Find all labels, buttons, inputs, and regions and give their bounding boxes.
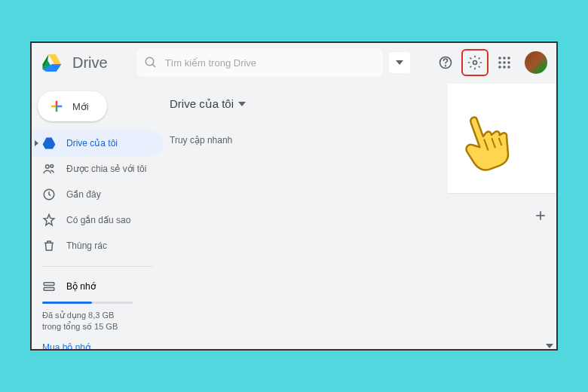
header: Drive — [32, 43, 556, 82]
plus-colorful-icon — [48, 98, 65, 115]
storage-bar-fill — [42, 302, 92, 304]
avatar[interactable] — [525, 51, 547, 74]
svg-rect-18 — [44, 288, 54, 291]
breadcrumb-label: Drive của tôi — [170, 97, 234, 111]
buy-storage-link[interactable]: Mua bộ nhớ — [42, 342, 153, 349]
settings-button[interactable] — [464, 51, 486, 74]
svg-point-9 — [503, 61, 506, 64]
sidebar-item-recent[interactable]: Gần đây — [32, 182, 164, 207]
search-icon — [144, 56, 158, 69]
svg-point-3 — [446, 66, 446, 66]
svg-point-10 — [507, 61, 510, 64]
addons-button[interactable] — [533, 208, 548, 223]
sidebar-item-label: Thùng rác — [66, 240, 107, 251]
svg-point-14 — [46, 165, 50, 169]
svg-rect-17 — [44, 283, 54, 286]
svg-point-5 — [498, 57, 501, 60]
clock-icon — [42, 188, 56, 201]
apps-button[interactable] — [492, 50, 517, 75]
sidebar-item-storage[interactable]: Bộ nhớ — [32, 274, 164, 299]
svg-point-13 — [507, 66, 510, 69]
trash-icon — [42, 239, 56, 253]
new-button[interactable]: Mới — [38, 91, 107, 121]
svg-point-0 — [145, 57, 154, 66]
svg-point-8 — [498, 61, 501, 64]
chevron-right-icon[interactable] — [33, 140, 39, 146]
star-icon — [42, 213, 56, 227]
chevron-down-icon — [238, 100, 246, 108]
brand-name: Drive — [72, 54, 108, 72]
sidebar-item-label: Được chia sẻ với tôi — [66, 164, 146, 174]
storage-section: Đã sử dụng 8,3 GB trong tổng số 15 GB Mu… — [32, 302, 164, 349]
apps-grid-icon — [498, 56, 511, 69]
pointing-hand-annotation — [449, 109, 520, 177]
mydrive-icon — [42, 136, 56, 150]
storage-text: Đã sử dụng 8,3 GB trong tổng số 15 GB — [42, 310, 125, 333]
search-options-caret[interactable] — [389, 52, 410, 73]
gear-icon — [467, 55, 482, 70]
sidebar-item-label: Có gắn dấu sao — [66, 215, 130, 225]
storage-bar — [42, 302, 133, 304]
sidebar-item-starred[interactable]: Có gắn dấu sao — [32, 207, 164, 233]
new-button-label: Mới — [72, 101, 89, 112]
svg-point-6 — [503, 57, 506, 60]
chevron-down-icon[interactable] — [546, 343, 553, 349]
search-bar[interactable] — [136, 48, 383, 77]
settings-highlight — [461, 49, 488, 76]
sidebar-item-mydrive[interactable]: Drive của tôi — [32, 130, 164, 156]
breadcrumb[interactable]: Drive của tôi — [170, 97, 246, 111]
header-right — [389, 49, 547, 76]
shared-icon — [42, 162, 56, 176]
sidebar-item-trash[interactable]: Thùng rác — [32, 233, 164, 259]
svg-point-11 — [498, 66, 501, 69]
sidebar-item-label: Gần đây — [66, 189, 101, 200]
google-drive-window: Drive — [30, 41, 558, 351]
drive-logo-icon — [41, 53, 63, 72]
svg-point-12 — [503, 66, 506, 69]
svg-point-15 — [51, 164, 54, 167]
storage-icon — [42, 280, 56, 293]
help-icon — [438, 55, 453, 70]
plus-icon — [533, 208, 548, 223]
help-button[interactable] — [433, 50, 458, 75]
search-input[interactable] — [165, 57, 375, 69]
svg-line-1 — [152, 64, 155, 67]
svg-point-7 — [507, 57, 510, 60]
svg-point-4 — [473, 61, 477, 65]
sidebar-item-label: Drive của tôi — [66, 138, 118, 149]
sidebar-item-shared[interactable]: Được chia sẻ với tôi — [32, 156, 164, 182]
divider — [42, 266, 153, 267]
storage-label: Bộ nhớ — [66, 281, 96, 292]
sidebar: Mới Drive của tôi Được chia sẻ với tôi — [32, 82, 164, 349]
